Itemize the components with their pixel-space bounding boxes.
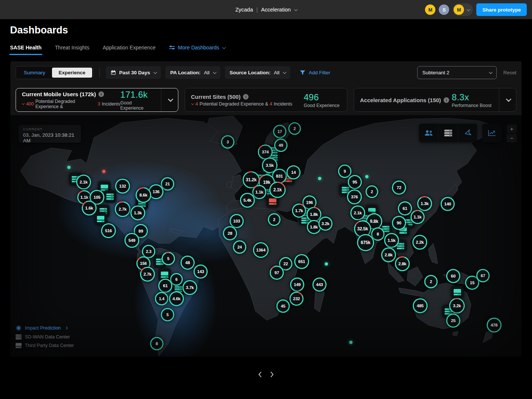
map-bubble[interactable]: 2 — [366, 185, 378, 198]
map-bubble[interactable]: 5 — [162, 252, 175, 265]
previous-page-button[interactable] — [256, 371, 264, 378]
map-bubble[interactable]: 25 — [446, 314, 460, 328]
map-bubble[interactable]: 1.1k — [411, 210, 425, 224]
map-bubble[interactable]: 61 — [158, 279, 172, 293]
card-current-sites[interactable]: Current Sites (500) 4 Potential Degraded… — [185, 88, 347, 112]
map-bubble[interactable]: 4.6k — [169, 291, 184, 306]
card-expand-button[interactable] — [161, 88, 178, 111]
map-bubble[interactable]: 2.8k — [381, 247, 396, 262]
map-bubble[interactable]: 232 — [289, 292, 304, 306]
map-bubble[interactable]: 2.7k — [140, 267, 155, 282]
card-current-mobile-users[interactable]: Current Mobile Users (172k) 400 Potentia… — [16, 88, 178, 112]
map-trend-chart-button[interactable] — [482, 124, 502, 142]
current-user-menu[interactable]: M — [452, 3, 473, 16]
map-bubble[interactable]: 8.6k — [136, 187, 151, 203]
map-bubble[interactable]: 60 — [446, 269, 460, 283]
map-bubble[interactable]: 376 — [347, 189, 362, 204]
map-layer-navigation-button[interactable] — [458, 124, 477, 142]
map-bubble[interactable]: 45 — [276, 299, 290, 313]
sd-wan-data-center-icon[interactable] — [104, 190, 116, 203]
zoom-out-button[interactable]: − — [507, 134, 517, 142]
subtenant-dropdown[interactable]: Subtenant 2 — [417, 66, 497, 79]
map-bubble[interactable]: 90 — [392, 216, 406, 230]
info-icon[interactable] — [243, 94, 249, 100]
map-bubble[interactable]: 2.1k — [350, 205, 365, 220]
map-bubble[interactable]: 49 — [274, 139, 288, 152]
map-bubble[interactable]: 485 — [413, 298, 428, 313]
segment-experience[interactable]: Experience — [52, 68, 92, 78]
map-bubble[interactable]: 675k — [357, 234, 374, 251]
map-bubble[interactable]: 443 — [312, 278, 327, 292]
source-location-dropdown[interactable]: Source Location: All — [225, 66, 290, 79]
map-bubble[interactable]: 1.3k — [130, 205, 145, 220]
map-bubble[interactable]: 97 — [270, 266, 284, 280]
map-layer-users-button[interactable] — [419, 124, 438, 142]
next-page-button[interactable] — [268, 371, 276, 378]
map-bubble[interactable]: 103 — [230, 214, 244, 228]
legend-impact-prediction[interactable]: Impact Prediction — [16, 325, 74, 331]
map-bubble[interactable]: 1.5k — [384, 233, 399, 248]
third-party-data-center-icon[interactable] — [451, 286, 464, 298]
map-bubble[interactable]: 3.7k — [182, 280, 197, 295]
map-bubble[interactable]: 1.7k — [292, 204, 306, 218]
map-bubble[interactable]: 140 — [441, 197, 455, 211]
add-filter-button[interactable]: Add Filter — [300, 70, 330, 75]
map-bubble[interactable]: 1.6k — [82, 201, 97, 215]
map-bubble[interactable]: 3.2k — [449, 298, 465, 314]
card-accelerated-applications[interactable]: Accelerated Applications (150) 8.3x Perf… — [354, 88, 516, 112]
map-bubble[interactable]: 2.7k — [115, 201, 130, 217]
map-bubble[interactable]: 1364 — [253, 242, 269, 258]
map-bubble[interactable]: 651 — [294, 254, 309, 269]
map-bubble[interactable]: 1.4 — [155, 292, 168, 305]
map-bubble[interactable]: 14 — [286, 165, 301, 179]
more-dashboards-menu[interactable]: More Dashboards — [169, 45, 225, 55]
reset-button[interactable]: Reset — [503, 70, 516, 75]
map-bubble[interactable]: 3.2k — [318, 217, 332, 231]
map-bubble[interactable]: 9 — [338, 165, 351, 178]
map-bubble[interactable]: 478 — [487, 318, 502, 332]
map-bubble[interactable]: 48 — [181, 256, 195, 270]
map-bubble[interactable]: 2.1k — [76, 175, 91, 189]
map-bubble[interactable]: 2 — [424, 275, 438, 288]
map-bubble[interactable]: 72 — [392, 181, 406, 195]
map-bubble[interactable]: 61 — [398, 201, 412, 215]
pa-location-dropdown[interactable]: PA Location: All — [165, 66, 220, 79]
map-bubble[interactable]: 28 — [223, 226, 237, 240]
map-bubble[interactable]: 2.1k — [269, 182, 286, 198]
map-bubble[interactable]: 5 — [161, 308, 174, 321]
prototype-title[interactable]: Zycada | Acceleration — [235, 0, 296, 19]
tab-sase-health[interactable]: SASE Health — [10, 45, 42, 55]
tab-application-experience[interactable]: Application Experience — [103, 45, 155, 55]
zoom-in-button[interactable]: + — [507, 124, 517, 133]
map-bubble[interactable]: 374 — [258, 145, 273, 159]
map-bubble[interactable]: 516 — [101, 223, 116, 238]
map-layer-datacenters-button[interactable] — [438, 124, 458, 142]
map-bubble[interactable]: 149 — [290, 278, 304, 292]
map-bubble[interactable]: 8 — [150, 337, 163, 350]
map-bubble[interactable]: 1.1k — [252, 185, 266, 199]
map-bubble[interactable]: 1.3k — [417, 196, 432, 211]
map-bubble[interactable]: 2.2k — [412, 235, 427, 250]
avatar[interactable]: S — [439, 4, 449, 15]
world-map[interactable]: 2.1k132211361.1k1058.6k1.6k2.7k1.3k51689… — [10, 115, 522, 357]
map-bubble[interactable]: 132 — [115, 179, 130, 194]
map-bubble[interactable]: 2 — [268, 213, 280, 226]
third-party-data-center-icon[interactable] — [94, 213, 107, 225]
info-icon[interactable] — [444, 97, 449, 103]
map-bubble[interactable]: 17 — [273, 125, 286, 138]
tab-threat-insights[interactable]: Threat Insights — [55, 45, 90, 55]
info-icon[interactable] — [98, 91, 104, 97]
map-bubble[interactable]: 67 — [476, 269, 490, 282]
card-expand-button[interactable] — [499, 88, 516, 111]
map-bubble[interactable]: 2.8k — [395, 256, 410, 271]
segment-summary[interactable]: Summary — [17, 68, 52, 78]
map-bubble[interactable]: 2 — [288, 122, 301, 135]
map-bubble[interactable]: 5.4k — [240, 193, 255, 208]
map-bubble[interactable]: 549 — [124, 233, 139, 248]
map-bubble[interactable]: 24 — [233, 240, 246, 254]
share-prototype-button[interactable]: Share prototype — [476, 3, 527, 16]
map-bubble[interactable]: 95 — [348, 175, 362, 189]
avatar[interactable]: M — [425, 4, 435, 15]
date-range-dropdown[interactable]: Past 30 Days — [106, 66, 161, 79]
map-bubble[interactable]: 3 — [221, 135, 234, 149]
